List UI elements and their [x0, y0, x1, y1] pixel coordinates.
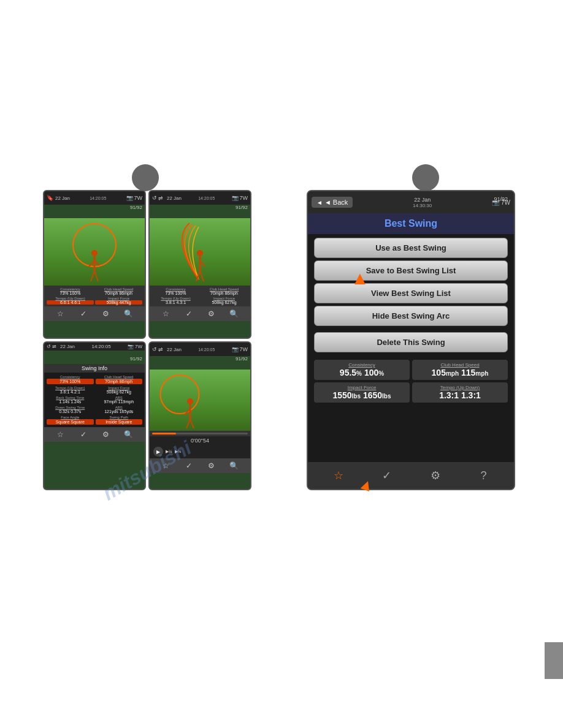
clubspeed-val2: 115 [461, 368, 475, 377]
screen1-icon: 🔖 [47, 195, 53, 201]
progress-fill [152, 433, 176, 434]
star-icon-1[interactable]: ☆ [56, 309, 66, 319]
nav-help-icon[interactable]: ? [475, 466, 493, 485]
si-abs2: ABS 121yds 165yds [96, 406, 143, 414]
phone-grid: 🔖 22 Jan 14:20:05 📷 7W 91/92 [43, 190, 251, 490]
check-icon-2[interactable]: ✓ [184, 309, 194, 319]
svg-line-4 [91, 271, 94, 281]
screen1-stats: Consistency 73% 100% Club Head Speed 70m… [44, 286, 145, 306]
gear-icon-4[interactable]: ⚙ [207, 461, 216, 471]
play-button[interactable]: ▶ [153, 447, 163, 457]
svg-line-15 [190, 419, 194, 428]
gear-icon-2[interactable]: ⚙ [207, 309, 216, 319]
svg-line-9 [196, 271, 200, 281]
save-best-swing-button[interactable]: Save to Best Swing List [314, 260, 508, 281]
stat-consistency-1: Consistency 73% 100% [47, 287, 94, 295]
zoom-icon-4[interactable]: 🔍 [229, 461, 239, 471]
si-backswing: Back Swing Time 1.14s 1.24s [47, 396, 94, 404]
screen3-time: 14:20:05 [91, 344, 110, 349]
screen1-golf-area [44, 218, 145, 286]
stat-consistency-2: Consistency 73% 100% [152, 287, 199, 295]
menu-buttons-container: Use as Best Swing Save to Best Swing Lis… [308, 234, 514, 356]
screen3-header: ↺ ⇌ 22 Jan 14:20:05 📷 7W [44, 343, 145, 351]
main-phone-header: ◄ ◄ Back 22 Jan 14:30:30 📷 7W 91/92 [308, 191, 514, 213]
impact-val2: 1650 [363, 390, 382, 400]
stat-impact-2: Impact Force 508kg 627kg [201, 297, 248, 305]
screen4-camera-icon: 📷 [232, 346, 239, 352]
si-consistency: Consistency 73% 100% [47, 375, 94, 384]
screen-3: ↺ ⇌ 22 Jan 14:20:05 📷 7W 91/92 Swing Inf… [43, 341, 146, 490]
screen1-header: 🔖 22 Jan 14:20:05 📷 7W [44, 191, 145, 205]
best-swing-title: Best Swing [308, 213, 514, 234]
screen4-sync-icon: ↺ [152, 346, 157, 352]
main-phone: ◄ ◄ Back 22 Jan 14:30:30 📷 7W 91/92 Best… [307, 190, 515, 490]
view-best-swing-button[interactable]: View Best Swing List [314, 283, 508, 303]
screen-1: 🔖 22 Jan 14:20:05 📷 7W 91/92 [43, 190, 146, 339]
nav-star-icon[interactable]: ☆ [329, 466, 348, 485]
screen-2: ↺ ⇌ 22 Jan 14:20:05 📷 7W 91/92 [148, 190, 251, 339]
screen4-club: 7W [240, 346, 248, 352]
nav-gear-icon[interactable]: ⚙ [426, 466, 445, 485]
star-icon-3[interactable]: ☆ [56, 430, 66, 439]
zoom-icon-1[interactable]: 🔍 [124, 309, 134, 319]
hide-best-swing-button[interactable]: Hide Best Swing Arc [314, 306, 508, 326]
star-icon-4[interactable]: ☆ [161, 461, 171, 471]
golfer-svg-4 [182, 398, 199, 428]
speed-2[interactable]: ▶⅛ [175, 449, 182, 454]
zoom-icon-3[interactable]: 🔍 [124, 430, 134, 439]
step-circle-2 [412, 164, 439, 191]
screen2-arrows-icon: ⇌ [158, 195, 163, 201]
screen4-left: ↺ ⇌ 22 Jan [152, 346, 182, 352]
use-best-swing-button[interactable]: Use as Best Swing [314, 238, 508, 258]
stat-box-consistency: Consistency 95.5% 100% [314, 360, 410, 380]
si-downswing: Down Swing Time 0.32s 0.37s [47, 406, 94, 414]
check-icon-3[interactable]: ✓ [79, 430, 88, 439]
screen3-arrows-icon: ⇌ [52, 344, 56, 349]
si-abs1: ABS 97mph 119mph [96, 396, 143, 404]
screen1-time: 14:20:05 [90, 196, 106, 200]
screen2-golf-area [150, 218, 250, 286]
screen1-icon-bar: ☆ ✓ ⚙ 🔍 [44, 306, 145, 321]
screen4-icon-bar: ☆ ✓ ⚙ 🔍 [150, 458, 250, 473]
consistency-pct1: % [356, 370, 362, 377]
si-swingpath: Swing Path Inside Square [96, 415, 143, 425]
si-faceangle: Face Angle Square Square [47, 415, 94, 425]
screen3-club: 7W [135, 344, 142, 349]
check-icon-4[interactable]: ✓ [184, 461, 194, 471]
screen4-controls: ▶ ▶¼ ▶⅛ [150, 445, 250, 458]
svg-line-5 [94, 271, 98, 281]
screen4-arrows-icon: ⇌ [158, 346, 163, 352]
speed-1[interactable]: ▶¼ [166, 449, 172, 454]
consistency-pct2: % [378, 370, 384, 377]
si-impact: Impact Force 508kg 627kg [96, 386, 143, 394]
screen2-right: 📷 7W [232, 195, 248, 201]
stat-box-impact: Impact Force 1550lbs 1650lbs [314, 382, 410, 403]
bottom-tab-rect [545, 642, 563, 679]
star-icon-2[interactable]: ☆ [161, 309, 171, 319]
delete-swing-button[interactable]: Delete This Swing [314, 332, 508, 352]
gear-icon-3[interactable]: ⚙ [101, 430, 111, 439]
stat-box-tempo: Tempo (Up Down) 1.3:1 1.3:1 [412, 382, 508, 403]
use-best-swing-label: Use as Best Swing [375, 243, 446, 252]
view-best-swing-label: View Best Swing List [371, 289, 451, 298]
screen1-date: 22 Jan [55, 195, 70, 201]
check-icon-1[interactable]: ✓ [79, 309, 88, 319]
screen3-date: 22 Jan [60, 344, 75, 349]
stat-clubspeed-2: Club Head Speed 70mph 86mph [201, 287, 248, 295]
screen2-camera-icon: 📷 [232, 195, 239, 201]
back-button[interactable]: ◄ ◄ Back [312, 197, 353, 208]
screen4-golf-area [150, 370, 250, 431]
step-circle-1 [132, 164, 159, 191]
main-header-info: 22 Jan 14:30:30 [356, 197, 488, 208]
hide-best-swing-label: Hide Best Swing Arc [372, 311, 450, 320]
screen2-date: 22 Jan [167, 195, 182, 201]
screen4-date: 22 Jan [167, 347, 182, 352]
screen4-progress [150, 431, 250, 436]
arrow-indicator-1: ▼ [351, 270, 369, 290]
nav-check-icon[interactable]: ✓ [378, 466, 396, 485]
gear-icon-1[interactable]: ⚙ [101, 309, 111, 319]
screen2-left: ↺ ⇌ 22 Jan [152, 195, 182, 201]
zoom-icon-2[interactable]: 🔍 [229, 309, 239, 319]
golfer-svg [86, 249, 103, 283]
back-label: ◄ Back [324, 199, 348, 206]
